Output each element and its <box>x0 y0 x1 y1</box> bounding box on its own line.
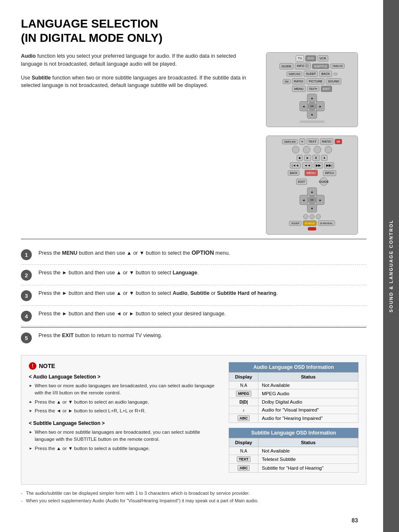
audio-osd-header-display: Display <box>229 373 258 381</box>
audio-osd-row-3: D|D| Dolby Digital Audio <box>229 398 358 406</box>
audio-osd-row-1: N.A Not Available <box>229 381 358 389</box>
subtitle-note-item-2: Press the ▲ or ▼ button to select a subt… <box>29 445 220 452</box>
step-3-text: Press the ► button and then use ▲ or ▼ b… <box>38 289 366 297</box>
subtitle-osd-caption: Subtitle Language OSD Information <box>229 428 358 438</box>
subtitle-osd-row-3: ABC Subtitle for "Hard of Hearing" <box>229 464 358 473</box>
step-2: 2 Press the ► button and then use ▲ or ▼… <box>21 265 366 285</box>
step-3: 3 Press the ► button and then use ▲ or ▼… <box>21 285 366 306</box>
step-2-circle: 2 <box>21 270 32 281</box>
audio-osd-status-5: Audio for "Hearing Impaired" <box>258 414 358 423</box>
audio-section-title: < Audio Language Selection > <box>29 374 220 380</box>
step-1: 1 Press the MENU button and then use ▲ o… <box>21 244 366 265</box>
footer-notes: The audio/subtitle can be displayed simp… <box>21 490 366 504</box>
subtitle-osd-display-2: TEXT <box>229 455 258 464</box>
note-left: ! NOTE < Audio Language Selection > When… <box>29 362 220 478</box>
audio-osd-display-3: D|D| <box>229 398 258 406</box>
audio-note-item-1: When two or more audio languages are bro… <box>29 382 220 397</box>
subtitle-osd-status-3: Subtitle for "Hard of Hearing" <box>258 464 358 473</box>
note-section: ! NOTE < Audio Language Selection > When… <box>21 355 366 485</box>
subtitle-osd-display-3: ABC <box>229 464 258 473</box>
subtitle-note-item-1: When two or more subtitle languages are … <box>29 429 220 443</box>
step-1-circle: 1 <box>21 249 32 260</box>
step-5-circle: 5 <box>21 332 32 343</box>
note-title: ! NOTE <box>29 362 220 370</box>
audio-osd-display-4: ♪ <box>229 406 258 414</box>
subtitle-osd-status-2: Teletext Subtitle <box>258 455 358 464</box>
subtitle-osd-header-status: Status <box>258 438 358 447</box>
audio-osd-row-2: MPEG MPEG Audio <box>229 389 358 398</box>
step-4: 4 Press the ► button and then use ◄ or ►… <box>21 306 366 326</box>
note-title-text: NOTE <box>39 363 55 369</box>
remote-bottom-image: SIMPLINK ≡ TEXT RATIO i/ii ■ ► <box>266 136 358 235</box>
note-right: Audio Language OSD Information Display S… <box>229 362 358 478</box>
note-icon: ! <box>29 362 36 370</box>
audio-osd-row-4: ♪ Audio for "Visual Impaired" <box>229 406 358 414</box>
audio-osd-caption: Audio Language OSD Information <box>229 362 358 372</box>
audio-osd-table: Audio Language OSD Information Display S… <box>229 362 358 423</box>
remote-top-image: TV DVD VCR GUIDE INFO ⓘ SUBTITLE TIMECW … <box>266 52 358 127</box>
audio-intro-para: Audio function lets you select your pref… <box>21 52 258 68</box>
subtitle-osd-table: Subtitle Language OSD Information Displa… <box>229 428 358 473</box>
audio-osd-row-5: ABC Audio for "Hearing Impaired" <box>229 414 358 423</box>
audio-osd-status-1: Not Available <box>258 381 358 389</box>
step-1-text: Press the MENU button and then use ▲ or … <box>38 248 366 257</box>
step-4-text: Press the ► button and then use ◄ or ► b… <box>38 310 366 318</box>
step-5: 5 Press the EXIT button to return to nor… <box>21 327 366 348</box>
audio-note-item-2: Press the ▲ or ▼ button to select an aud… <box>29 399 220 406</box>
subtitle-osd-header-display: Display <box>229 438 258 447</box>
subtitle-osd-row-1: N.A Not Available <box>229 447 358 455</box>
step-5-text: Press the EXIT button to return to norma… <box>38 332 366 340</box>
title-line2: (IN DIGITAL MODE ONLY) <box>21 31 163 44</box>
step-3-circle: 3 <box>21 290 32 301</box>
audio-osd-display-2: MPEG <box>229 389 258 398</box>
subtitle-osd-row-2: TEXT Teletext Subtitle <box>229 455 358 464</box>
audio-osd-display-1: N.A <box>229 381 258 389</box>
audio-osd-status-3: Dolby Digital Audio <box>258 398 358 406</box>
subtitle-osd-status-1: Not Available <box>258 447 358 455</box>
remote-images-column: TV DVD VCR GUIDE INFO ⓘ SUBTITLE TIMECW … <box>266 52 366 235</box>
title-line1: LANGUAGE SELECTION <box>21 17 158 30</box>
footer-note-2: When you select supplementary Audio (Aud… <box>21 497 366 505</box>
footer-note-1: The audio/subtitle can be displayed simp… <box>21 490 366 497</box>
audio-note-list: When two or more audio languages are bro… <box>29 382 220 414</box>
step-2-text: Press the ► button and then use ▲ or ▼ b… <box>38 269 366 277</box>
audio-osd-status-4: Audio for "Visual Impaired" <box>258 406 358 414</box>
page-title: LANGUAGE SELECTION (IN DIGITAL MODE ONLY… <box>21 17 366 45</box>
subtitle-section-title: < Subtitle Language Selection > <box>29 420 220 426</box>
subtitle-intro-para: Use Subtitle function when two or more s… <box>21 74 258 90</box>
audio-note-item-3: Press the ◄ or ► button to select L+R, L… <box>29 407 220 414</box>
subtitle-osd-display-1: N.A <box>229 447 258 455</box>
audio-osd-header-status: Status <box>258 373 358 381</box>
subtitle-note-list: When two or more subtitle languages are … <box>29 429 220 452</box>
page-number: 83 <box>351 517 358 524</box>
audio-osd-display-5: ABC <box>229 414 258 423</box>
side-tab: Sound & Language Control <box>383 0 399 532</box>
steps-section: 1 Press the MENU button and then use ▲ o… <box>21 239 366 348</box>
step-4-circle: 4 <box>21 311 32 322</box>
audio-osd-status-2: MPEG Audio <box>258 389 358 398</box>
